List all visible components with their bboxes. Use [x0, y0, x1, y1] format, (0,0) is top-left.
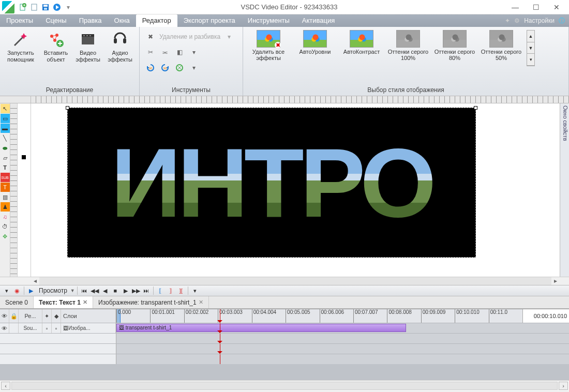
style-remove-all[interactable]: Удалить все эффекты [247, 30, 290, 61]
play-button-icon[interactable]: ▶ [121, 286, 130, 295]
row-key-icon[interactable]: ▫ [52, 323, 61, 333]
crop-dropdown-icon[interactable]: ▾ [188, 47, 200, 58]
new-file-icon[interactable] [18, 2, 28, 12]
style-auto-levels[interactable]: АвтоУровни [294, 30, 336, 55]
layers-column-header[interactable]: Слои [61, 309, 116, 323]
timeline-ruler[interactable]: 0.000 00:01.001 00:02.002 00:03.003 00:0… [116, 309, 522, 323]
upgrade-icon[interactable]: ✦ [505, 17, 510, 24]
flip-tool-icon[interactable] [174, 62, 185, 73]
timeline-track[interactable]: 🖼 transparent t-shirt_1 [116, 323, 522, 333]
square-tool-icon[interactable]: ▬ [1, 124, 10, 133]
flip-dropdown-icon[interactable]: ▾ [188, 62, 200, 73]
visibility-column-icon[interactable]: 👁 [0, 309, 9, 323]
selection-handle-icon[interactable] [22, 155, 26, 159]
blank-file-icon[interactable] [29, 2, 39, 12]
goto-end-icon[interactable]: ⏭ [142, 286, 151, 295]
lock-column-icon[interactable]: 🔒 [9, 309, 19, 323]
line-tool-icon[interactable]: ╲ [1, 133, 10, 143]
link-tool-icon[interactable]: ⫘ [159, 47, 171, 58]
canvas-viewport[interactable]: ИНТРО [31, 103, 560, 277]
menu-windows[interactable]: Окна [108, 14, 136, 27]
menu-activation[interactable]: Активация [296, 14, 341, 27]
tl-scroll-left-icon[interactable]: ‹ [1, 382, 10, 390]
preview-play-icon[interactable]: ▶ [26, 286, 36, 295]
close-tab-icon[interactable]: ✕ [199, 299, 203, 306]
marker-out-icon[interactable]: ⟧ [166, 286, 175, 295]
style-auto-contrast[interactable]: АвтоКонтраст [340, 30, 383, 55]
playback-menu-icon[interactable]: ▾ [2, 286, 11, 295]
tl-scroll-right-icon[interactable]: › [559, 382, 568, 390]
subtitle-tool-icon[interactable]: SUB [1, 173, 10, 182]
play-icon[interactable] [52, 2, 62, 12]
move-tool-icon[interactable]: ✥ [1, 232, 10, 241]
video-effects-button[interactable]: Видео эффекты [72, 30, 103, 64]
fx-column-icon[interactable]: ✦ [42, 309, 52, 323]
scroll-right-icon[interactable]: ▸ [551, 277, 560, 285]
insert-object-button[interactable]: Вставить объект [40, 30, 71, 64]
rotate-left-icon[interactable]: 90 [145, 62, 156, 73]
style-up-icon[interactable]: ▲ [527, 31, 534, 42]
style-gray-50[interactable]: Оттенки серого 50% [480, 30, 522, 61]
style-gray-80[interactable]: Оттенки серого 80% [433, 30, 476, 61]
minimize-button[interactable]: — [505, 1, 526, 13]
keyframe-column-icon[interactable]: ◆ [52, 309, 61, 323]
preview-label[interactable]: Просмотр [39, 287, 67, 294]
style-gallery-nav[interactable]: ▲▼▾ [527, 30, 535, 66]
wizard-button[interactable]: Запустить помощник [2, 30, 39, 64]
menu-tools[interactable]: Инструменты [242, 14, 296, 27]
row-fx-icon[interactable]: ▫ [42, 323, 52, 333]
ellipse-tool-icon[interactable]: ⬬ [1, 143, 10, 153]
tooltip-tool-icon[interactable]: T [1, 183, 10, 192]
delete-split-icon[interactable]: ✖ [145, 31, 156, 42]
style-more-icon[interactable]: ▾ [527, 54, 534, 66]
stop-icon[interactable]: ■ [111, 286, 120, 295]
save-icon[interactable] [40, 2, 51, 12]
timeline-tab-scene[interactable]: Scene 0 [0, 296, 34, 308]
re-column-header[interactable]: Ре... [19, 309, 42, 323]
settings-gear-icon[interactable]: ⚙ [514, 17, 520, 24]
menu-scenes[interactable]: Сцены [39, 14, 72, 27]
canvas-text-object[interactable]: ИНТРО [111, 126, 432, 239]
frame-tool-icon[interactable]: ▱ [1, 153, 10, 162]
playbar-dropdown-icon[interactable]: ▾ [190, 286, 200, 295]
audio-effects-button[interactable]: Аудио эффекты [104, 30, 136, 64]
next-frame-icon[interactable]: ▶▶ [131, 286, 141, 295]
timeline-clip[interactable]: 🖼 transparent t-shirt_1 [116, 324, 406, 332]
crop-tool-icon[interactable]: ◧ [174, 47, 185, 58]
text-tool-icon[interactable]: T [1, 163, 10, 172]
menu-export[interactable]: Экспорт проекта [177, 14, 242, 27]
row-visibility-icon[interactable]: 👁 [0, 323, 9, 333]
cut-tool-icon[interactable]: ✂ [145, 47, 156, 58]
cursor-tool-icon[interactable]: ↖ [1, 104, 10, 113]
row-track-label[interactable]: 🖼 Изобра... [61, 323, 116, 333]
qat-dropdown-icon[interactable]: ▾ [63, 2, 73, 12]
close-button[interactable]: ✕ [546, 1, 567, 13]
counter-tool-icon[interactable]: ⏱ [1, 222, 10, 231]
goto-start-icon[interactable]: ⏮ [80, 286, 89, 295]
canvas[interactable]: ИНТРО [67, 108, 476, 258]
timeline-tab-image[interactable]: Изображение: transparent t-shirt_1✕ [93, 296, 209, 308]
vertical-ruler[interactable] [10, 103, 18, 277]
scroll-track[interactable] [39, 277, 551, 285]
marker-in-icon[interactable]: ⟦ [156, 286, 165, 295]
menu-edit[interactable]: Правка [73, 14, 108, 27]
canvas-hscrollbar[interactable]: ◂ ▸ [0, 277, 569, 285]
maximize-button[interactable]: ☐ [526, 1, 546, 13]
style-gray-100[interactable]: Оттенки серого 100% [387, 30, 429, 61]
rotate-right-icon[interactable]: 90 [159, 62, 171, 73]
row-source-label[interactable]: Sou... [19, 323, 42, 333]
properties-panel-tab[interactable]: Окно свойств [560, 103, 569, 277]
info-icon[interactable]: ⓘ [559, 17, 565, 25]
menu-editor[interactable]: Редактор [136, 14, 177, 27]
target-icon[interactable]: ◉ [12, 286, 22, 295]
audio-tool-icon[interactable]: ♫ [1, 212, 10, 221]
rect-tool-icon[interactable]: ▭ [1, 114, 10, 123]
step-back-icon[interactable]: ◀◀ [90, 286, 99, 295]
menu-projects[interactable]: Проекты [0, 14, 39, 27]
timeline-hscrollbar[interactable]: ‹ › [0, 380, 569, 390]
marker-clear-icon[interactable]: ][ [176, 286, 186, 295]
delete-split-dropdown-icon[interactable]: ▾ [223, 31, 235, 42]
settings-label[interactable]: Настройки [524, 17, 555, 24]
chart-tool-icon[interactable]: ▥ [1, 192, 10, 202]
timeline-tab-text[interactable]: Текст: Текст 1✕ [34, 296, 93, 308]
